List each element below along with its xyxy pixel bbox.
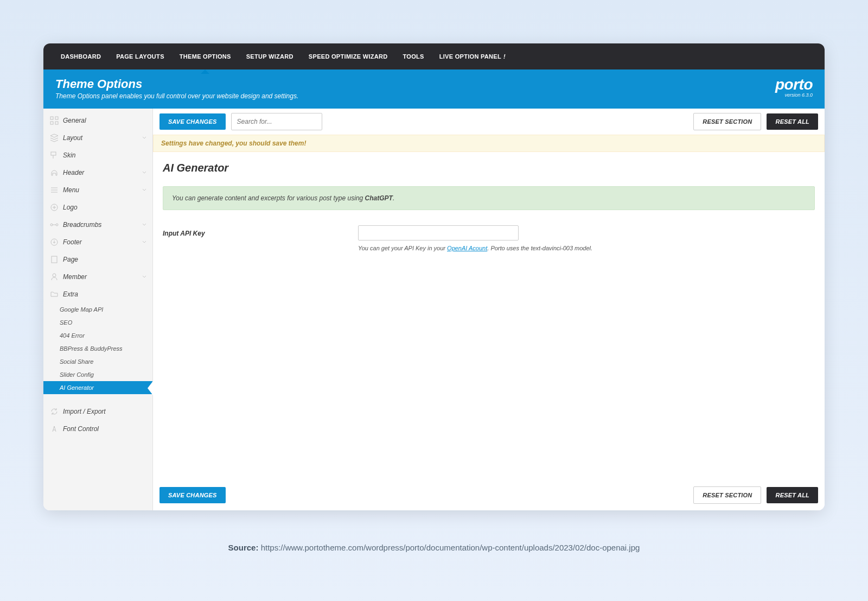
grid-icon bbox=[50, 116, 59, 125]
sidebar-item-font-control[interactable]: Font Control bbox=[43, 420, 152, 438]
sidebar-label: Menu bbox=[63, 186, 142, 194]
save-button[interactable]: SAVE CHANGES bbox=[159, 113, 226, 130]
sidebar-sub-404[interactable]: 404 Error bbox=[43, 329, 152, 342]
sidebar-label: Extra bbox=[63, 290, 147, 298]
download-icon bbox=[50, 238, 59, 246]
info-text-suffix: . bbox=[393, 194, 394, 202]
chevron-down-icon bbox=[142, 274, 147, 280]
brand-version: version 6.3.0 bbox=[775, 92, 813, 98]
nav-dashboard[interactable]: DASHBOARD bbox=[53, 43, 108, 69]
svg-rect-4 bbox=[51, 152, 56, 155]
svg-rect-0 bbox=[50, 117, 53, 119]
reset-all-button-footer[interactable]: RESET ALL bbox=[767, 487, 818, 503]
nav-label: DASHBOARD bbox=[61, 53, 101, 60]
breadcrumb-icon bbox=[50, 220, 59, 229]
api-key-field-row: Input API Key You can get your API Key i… bbox=[163, 225, 815, 251]
paint-icon bbox=[50, 151, 59, 160]
brand-logo: porto bbox=[775, 77, 813, 92]
openai-account-link[interactable]: OpenAI Acount bbox=[447, 245, 487, 251]
sidebar-item-extra[interactable]: Extra bbox=[43, 286, 152, 303]
chevron-down-icon bbox=[142, 239, 147, 245]
svg-rect-3 bbox=[55, 122, 58, 124]
sidebar-item-header[interactable]: Header bbox=[43, 164, 152, 181]
body: General Layout Skin Header Menu bbox=[43, 109, 825, 510]
chevron-down-icon bbox=[142, 187, 147, 193]
sidebar-sub-google-map[interactable]: Google Map API bbox=[43, 303, 152, 316]
nav-speed-optimize[interactable]: SPEED OPTIMIZE WIZARD bbox=[301, 43, 395, 69]
unsaved-warning: Settings have changed, you should save t… bbox=[153, 135, 825, 152]
sidebar-item-layout[interactable]: Layout bbox=[43, 129, 152, 147]
sidebar-label: General bbox=[63, 117, 147, 124]
chevron-down-icon bbox=[142, 222, 147, 227]
header-title: Theme Options bbox=[55, 77, 298, 91]
api-key-input[interactable] bbox=[358, 225, 519, 241]
save-button-footer[interactable]: SAVE CHANGES bbox=[159, 487, 226, 503]
info-text-prefix: You can generate content and excerpts fo… bbox=[172, 194, 365, 202]
sidebar-sub-ai-generator[interactable]: AI Generator bbox=[43, 381, 152, 394]
nav-label: TOOLS bbox=[403, 53, 424, 60]
sidebar-item-import-export[interactable]: Import / Export bbox=[43, 403, 152, 420]
sidebar-sub-seo[interactable]: SEO bbox=[43, 316, 152, 329]
sidebar-label: Skin bbox=[63, 151, 147, 159]
reset-section-button-footer[interactable]: RESET SECTION bbox=[693, 486, 761, 504]
svg-rect-2 bbox=[50, 122, 53, 124]
chevron-down-icon bbox=[142, 135, 147, 141]
sidebar: General Layout Skin Header Menu bbox=[43, 109, 153, 510]
chevron-down-icon bbox=[142, 170, 147, 175]
reset-section-button[interactable]: RESET SECTION bbox=[693, 113, 761, 130]
header-text: Theme Options Theme Options panel enable… bbox=[55, 77, 298, 100]
svg-rect-9 bbox=[52, 256, 57, 263]
page-icon bbox=[50, 255, 59, 264]
search-input[interactable] bbox=[231, 113, 322, 130]
nav-tools[interactable]: TOOLS bbox=[395, 43, 432, 69]
sidebar-label: Member bbox=[63, 273, 142, 281]
svg-point-7 bbox=[56, 224, 58, 226]
nav-label: LIVE OPTION PANEL bbox=[439, 53, 501, 60]
page-title: AI Generator bbox=[163, 162, 815, 174]
sidebar-sub-bbpress[interactable]: BBPress & BuddyPress bbox=[43, 342, 152, 355]
content-area: AI Generator You can generate content an… bbox=[153, 152, 825, 480]
sidebar-item-logo[interactable]: Logo bbox=[43, 199, 152, 216]
sidebar-item-general[interactable]: General bbox=[43, 112, 152, 129]
help-prefix: You can get your API Key in your bbox=[358, 245, 447, 251]
nav-live-option-panel[interactable]: LIVE OPTION PANEL! bbox=[432, 43, 513, 69]
sidebar-label: Page bbox=[63, 256, 147, 263]
nav-page-layouts[interactable]: PAGE LAYOUTS bbox=[108, 43, 172, 69]
top-toolbar: SAVE CHANGES RESET SECTION RESET ALL bbox=[153, 109, 825, 135]
svg-point-10 bbox=[53, 274, 56, 277]
sidebar-label: Footer bbox=[63, 238, 142, 246]
brand: porto version 6.3.0 bbox=[775, 77, 813, 98]
nav-label: THEME OPTIONS bbox=[180, 53, 231, 60]
sidebar-label: Logo bbox=[63, 204, 147, 211]
sidebar-label: Layout bbox=[63, 134, 142, 142]
sidebar-sub-slider[interactable]: Slider Config bbox=[43, 368, 152, 381]
sidebar-label: Breadcrumbs bbox=[63, 221, 142, 229]
headset-icon bbox=[50, 168, 59, 177]
nav-setup-wizard[interactable]: SETUP WIZARD bbox=[239, 43, 301, 69]
app-window: DASHBOARD PAGE LAYOUTS THEME OPTIONS SET… bbox=[43, 43, 825, 510]
footer-toolbar: SAVE CHANGES RESET SECTION RESET ALL bbox=[153, 480, 825, 510]
api-key-label: Input API Key bbox=[163, 225, 358, 237]
sidebar-item-skin[interactable]: Skin bbox=[43, 147, 152, 164]
api-key-control: You can get your API Key in your OpenAI … bbox=[358, 225, 815, 251]
circle-plus-icon bbox=[50, 203, 59, 212]
refresh-icon bbox=[50, 407, 59, 416]
lines-icon bbox=[50, 186, 59, 194]
nav-label: SPEED OPTIMIZE WIZARD bbox=[309, 53, 388, 60]
sidebar-divider bbox=[43, 394, 152, 403]
help-suffix: . Porto uses the text-davinci-003 model. bbox=[487, 245, 592, 251]
nav-label: PAGE LAYOUTS bbox=[116, 53, 164, 60]
sidebar-item-menu[interactable]: Menu bbox=[43, 181, 152, 199]
sidebar-item-member[interactable]: Member bbox=[43, 268, 152, 286]
font-icon bbox=[50, 425, 59, 433]
sidebar-item-footer[interactable]: Footer bbox=[43, 233, 152, 251]
layers-icon bbox=[50, 134, 59, 142]
svg-rect-1 bbox=[55, 117, 58, 119]
reset-all-button[interactable]: RESET ALL bbox=[767, 113, 818, 130]
sidebar-sub-social[interactable]: Social Share bbox=[43, 355, 152, 368]
sidebar-item-page[interactable]: Page bbox=[43, 251, 152, 268]
info-text-strong: ChatGPT bbox=[365, 194, 393, 202]
sidebar-item-breadcrumbs[interactable]: Breadcrumbs bbox=[43, 216, 152, 233]
source-url: https://www.portotheme.com/wordpress/por… bbox=[261, 543, 640, 552]
nav-theme-options[interactable]: THEME OPTIONS bbox=[172, 43, 239, 69]
